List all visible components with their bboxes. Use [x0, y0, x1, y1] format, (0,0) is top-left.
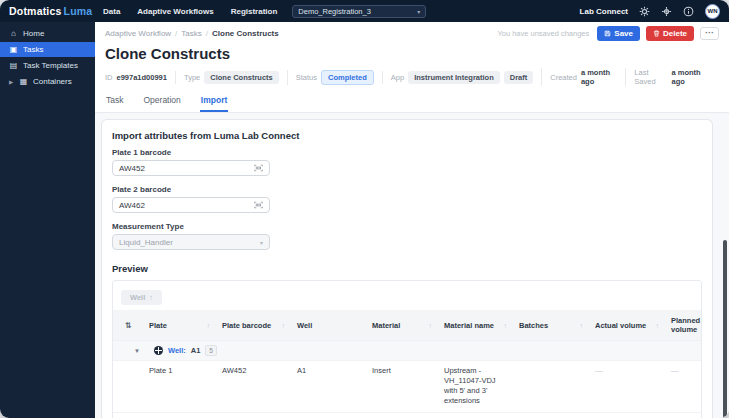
- sort-asc-icon[interactable]: ↑: [504, 322, 508, 329]
- column-header-material[interactable]: Material↑: [366, 310, 438, 340]
- field-label: Plate 2 barcode: [112, 185, 702, 194]
- top-nav-item-registration[interactable]: Registration: [231, 7, 278, 16]
- column-header-label: Batches: [519, 321, 548, 330]
- record-meta-row: IDe997a1d00991TypeClone ConstructsStatus…: [105, 68, 719, 86]
- tab-bar: TaskOperationImport: [105, 93, 719, 112]
- field-label: Plate 1 barcode: [112, 148, 702, 157]
- table-toolbar: Well ↑: [113, 281, 701, 310]
- sidebar-item-tasks[interactable]: ▣Tasks: [0, 42, 95, 57]
- top-nav-item-adaptive-workflows[interactable]: Adaptive Workflows: [137, 7, 213, 16]
- header-actions: You have unsaved changes Save Delete ···: [497, 26, 719, 41]
- barcode-scan-icon: [254, 164, 263, 172]
- column-header-label: Material: [372, 321, 400, 330]
- top-bar-right: Lab Connect WN: [580, 4, 720, 19]
- row-expander-cell: [113, 361, 143, 412]
- table-row[interactable]: Plate 1AW452A1Vector_backbonepFUSE-CHIg-…: [113, 412, 701, 418]
- sidebar-item-label: Containers: [33, 77, 72, 86]
- cell-planned-volume: 10 µL: [665, 413, 701, 418]
- column-header-actual-volume[interactable]: Actual volume↑: [589, 310, 665, 340]
- column-header-label: Material name: [444, 321, 494, 330]
- app-logo: DotmaticsLuma: [9, 5, 95, 17]
- cell-material: Vector_backbone: [366, 413, 438, 418]
- sort-asc-icon[interactable]: ↑: [207, 322, 211, 329]
- tab-operation[interactable]: Operation: [142, 93, 181, 112]
- form-field-plate-2-barcode: Plate 2 barcodeAW462: [112, 185, 702, 213]
- column-header-material-name[interactable]: Material name↑: [438, 310, 513, 340]
- tab-task[interactable]: Task: [105, 93, 124, 112]
- save-button[interactable]: Save: [597, 26, 640, 41]
- column-header-well[interactable]: Well: [291, 310, 366, 340]
- admin-gear-icon[interactable]: [661, 6, 672, 17]
- unsaved-changes-notice: You have unsaved changes: [497, 29, 589, 38]
- import-form: Plate 1 barcodeAW452Plate 2 barcodeAW462…: [112, 148, 702, 250]
- chevron-down-icon[interactable]: ▼: [134, 348, 140, 354]
- cell-actual-volume: 10 µL: [589, 413, 665, 418]
- lab-connect-link[interactable]: Lab Connect: [580, 7, 628, 16]
- column-header-label: Well: [297, 321, 312, 330]
- column-header-label: Planned volume: [671, 316, 700, 334]
- column-header-plate-barcode[interactable]: Plate barcode↑: [216, 310, 291, 340]
- sort-asc-icon[interactable]: ↑: [656, 322, 660, 329]
- meta-group-last-saved: Last Saveda month ago: [625, 68, 719, 86]
- sort-asc-icon[interactable]: ↑: [580, 322, 584, 329]
- group-by-well-pill[interactable]: Well ↑: [121, 290, 162, 305]
- field-label: Measurement Type: [112, 222, 702, 231]
- sort-asc-icon[interactable]: ↑: [282, 322, 286, 329]
- top-nav-item-data[interactable]: Data: [103, 7, 120, 16]
- caret-right-icon[interactable]: ▶: [9, 79, 14, 85]
- expand-all-icon[interactable]: ⇅: [113, 310, 143, 340]
- sort-asc-icon[interactable]: ↑: [429, 322, 433, 329]
- column-header-planned-volume[interactable]: Planned volume: [665, 310, 702, 340]
- more-actions-button[interactable]: ···: [700, 27, 719, 40]
- content-scroll-area: Import attributes from Luma Lab Connect …: [95, 113, 729, 418]
- app-body: ⌂Home▣Tasks▤Task Templates▶▦Containers A…: [0, 22, 729, 418]
- app-window: DotmaticsLuma DataAdaptive WorkflowsRegi…: [0, 0, 729, 418]
- sort-asc-icon: ↑: [149, 293, 153, 302]
- user-avatar[interactable]: WN: [705, 4, 720, 19]
- meta-badge: Instrument Integration: [408, 71, 500, 84]
- tab-import[interactable]: Import: [200, 93, 228, 112]
- info-icon[interactable]: [683, 6, 694, 17]
- plate-1-barcode-input[interactable]: AW452: [112, 160, 270, 176]
- chevron-down-icon: ▾: [417, 8, 420, 15]
- breadcrumb-item-tasks[interactable]: Tasks: [181, 29, 201, 38]
- top-bar: DotmaticsLuma DataAdaptive WorkflowsRegi…: [0, 0, 729, 22]
- status-badge: Completed: [321, 70, 374, 85]
- meta-badge: Clone Constructs: [204, 71, 279, 84]
- table-row[interactable]: Plate 1AW452A1InsertUpstream - VH_11047-…: [113, 360, 701, 412]
- cell-plate-barcode: AW452: [216, 413, 291, 418]
- meta-label: ID: [105, 73, 113, 82]
- sidebar-item-task-templates[interactable]: ▤Task Templates: [0, 58, 95, 73]
- breadcrumb-separator: /: [206, 29, 208, 38]
- meta-label: Last Saved: [634, 68, 667, 86]
- meta-value: a month ago: [672, 68, 711, 86]
- form-field-plate-1-barcode: Plate 1 barcodeAW452: [112, 148, 702, 176]
- cell-well: A1: [291, 361, 366, 412]
- column-header-plate[interactable]: Plate↑: [143, 310, 216, 340]
- measurement-type-select[interactable]: Liquid_Handler▾: [112, 234, 270, 250]
- preview-title: Preview: [112, 263, 702, 274]
- sidebar-item-home[interactable]: ⌂Home: [0, 26, 95, 41]
- breadcrumb-item-adaptive-workflow[interactable]: Adaptive Workflow: [105, 29, 171, 38]
- table-body: ▼Well:A15Plate 1AW452A1InsertUpstream - …: [113, 340, 701, 418]
- column-header-batches[interactable]: Batches↑: [513, 310, 589, 340]
- meta-value: e997a1d00991: [117, 73, 167, 82]
- cell-plate: Plate 1: [143, 361, 216, 412]
- meta-label: App: [391, 73, 404, 82]
- delete-button[interactable]: Delete: [646, 26, 694, 41]
- field-value: Liquid_Handler: [119, 238, 173, 247]
- sidebar: ⌂Home▣Tasks▤Task Templates▶▦Containers: [0, 22, 95, 418]
- meta-badge: Draft: [504, 71, 534, 84]
- cell-material-name: Upstream - VH_11047-VDJ with 5' and 3' e…: [438, 361, 513, 412]
- project-selector[interactable]: Demo_Registration_3 ▾: [292, 5, 426, 18]
- sidebar-item-label: Home: [23, 29, 44, 38]
- plate-2-barcode-input[interactable]: AW462: [112, 197, 270, 213]
- sidebar-item-containers[interactable]: ▶▦Containers: [0, 74, 95, 89]
- save-icon: [604, 30, 611, 37]
- table-header-row: ⇅Plate↑Plate barcode↑WellMaterial↑Materi…: [113, 310, 701, 340]
- well-group-row-a1[interactable]: ▼Well:A15: [113, 340, 701, 360]
- vertical-scrollbar[interactable]: [723, 240, 727, 418]
- main-area: Adaptive Workflow/Tasks/Clone Constructs…: [95, 22, 729, 418]
- group-by-well-label: Well: [130, 293, 145, 302]
- settings-gear-icon[interactable]: [639, 6, 650, 17]
